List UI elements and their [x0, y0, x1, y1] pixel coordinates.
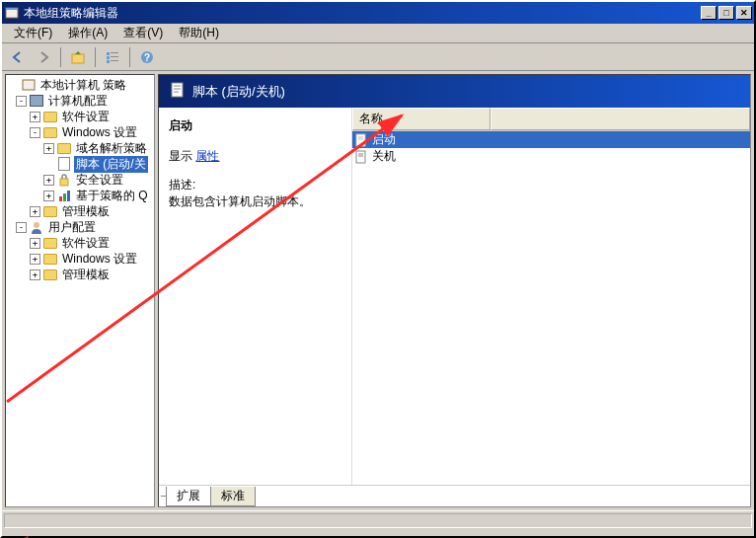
- tab-standard[interactable]: 标准: [210, 487, 256, 506]
- tree-user-software-settings[interactable]: + 软件设置: [6, 235, 154, 251]
- tree-label: 域名解析策略: [74, 140, 149, 157]
- tree-root[interactable]: 本地计算机 策略: [6, 77, 154, 93]
- tree-label: 基于策略的 Q: [74, 188, 150, 204]
- toolbar: ?: [2, 43, 754, 71]
- script-icon: [354, 133, 370, 147]
- svg-text:?: ?: [144, 52, 150, 63]
- expander[interactable]: -: [16, 96, 27, 107]
- tree-label: 本地计算机 策略: [38, 77, 128, 94]
- menu-view[interactable]: 查看(V): [115, 23, 171, 43]
- tree-dns-policy[interactable]: + 域名解析策略: [6, 140, 154, 156]
- svg-rect-13: [59, 196, 62, 201]
- svg-rect-5: [107, 56, 110, 59]
- statusbar: [2, 510, 754, 530]
- item-label: 关机: [370, 148, 396, 165]
- expander[interactable]: +: [30, 238, 40, 249]
- tree-label: 计算机配置: [46, 93, 110, 110]
- tree-security-settings[interactable]: + 安全设置: [6, 172, 154, 188]
- svg-rect-6: [111, 56, 118, 57]
- expander[interactable]: -: [16, 222, 27, 233]
- window-title: 本地组策略编辑器: [24, 5, 701, 22]
- expander[interactable]: +: [30, 254, 40, 265]
- expander[interactable]: +: [43, 191, 54, 201]
- titlebar: 本地组策略编辑器 _ □ ✕: [2, 2, 754, 24]
- script-icon: [169, 81, 187, 102]
- maximize-button[interactable]: □: [718, 6, 734, 20]
- expander[interactable]: -: [30, 127, 40, 138]
- expander[interactable]: +: [43, 143, 54, 154]
- tree-user-windows-settings[interactable]: + Windows 设置: [6, 251, 154, 267]
- menubar: 文件(F) 操作(A) 查看(V) 帮助(H): [2, 24, 754, 43]
- svg-rect-11: [23, 80, 35, 90]
- detail-left: 启动 显示 属性 描述: 数据包含计算机启动脚本。: [159, 108, 351, 485]
- detail-panel: 脚本 (启动/关机) 启动 显示 属性 描述: 数据包含计算机启动脚本。: [158, 74, 751, 507]
- tree-label: 安全设置: [74, 172, 125, 189]
- svg-rect-21: [356, 134, 365, 146]
- script-icon: [354, 150, 370, 164]
- tree-qos-policy[interactable]: + 基于策略的 Q: [6, 188, 154, 203]
- list-header: 名称: [352, 108, 750, 131]
- script-icon: [56, 157, 72, 171]
- computer-icon: [29, 94, 44, 108]
- menu-file[interactable]: 文件(F): [6, 23, 60, 43]
- up-button[interactable]: [66, 46, 90, 68]
- tree-label: 管理模板: [60, 267, 112, 283]
- tree-user-admin-templates[interactable]: + 管理模板: [6, 267, 154, 282]
- expander[interactable]: +: [30, 269, 40, 280]
- tab-extended[interactable]: 扩展: [166, 487, 211, 506]
- close-button[interactable]: ✕: [736, 6, 752, 20]
- tree-windows-settings[interactable]: - Windows 设置: [6, 124, 154, 140]
- folder-icon: [42, 236, 58, 250]
- list-panel: 名称 启动 关机: [351, 108, 750, 485]
- expander: [43, 159, 54, 170]
- folder-icon: [56, 141, 72, 155]
- main-content: 本地计算机 策略 - 计算机配置 + 软件设置 - Windows 设置 + 域…: [2, 71, 754, 510]
- tree-admin-templates[interactable]: + 管理模板: [6, 203, 154, 219]
- svg-rect-8: [111, 60, 118, 61]
- detail-header: 脚本 (启动/关机): [159, 75, 750, 108]
- tree-label: 用户配置: [46, 219, 98, 236]
- list-item-startup[interactable]: 启动: [352, 131, 750, 148]
- column-name[interactable]: 名称: [352, 108, 491, 130]
- tree-label: 脚本 (启动/关: [74, 156, 148, 173]
- folder-open-icon: [42, 125, 58, 139]
- tree-scripts[interactable]: 脚本 (启动/关: [6, 156, 154, 172]
- forward-button[interactable]: [32, 46, 55, 68]
- list-item-shutdown[interactable]: 关机: [352, 148, 750, 165]
- tree-label: Windows 设置: [60, 124, 139, 141]
- menu-action[interactable]: 操作(A): [60, 23, 115, 43]
- tree-panel[interactable]: 本地计算机 策略 - 计算机配置 + 软件设置 - Windows 设置 + 域…: [5, 74, 155, 507]
- folder-icon: [42, 204, 58, 218]
- tree-label: 管理模板: [60, 203, 112, 220]
- svg-rect-4: [111, 52, 118, 53]
- list-button[interactable]: [101, 46, 124, 68]
- menu-help[interactable]: 帮助(H): [171, 23, 227, 43]
- tabs: 扩展 标准: [159, 485, 750, 506]
- annotation-arrow: [2, 530, 41, 538]
- app-icon: [4, 5, 20, 21]
- column-spacer: [491, 108, 750, 130]
- svg-rect-1: [6, 8, 18, 10]
- detail-body: 启动 显示 属性 描述: 数据包含计算机启动脚本。 名称: [159, 108, 750, 485]
- display-label: 显示: [169, 149, 192, 163]
- policy-icon: [21, 78, 37, 92]
- folder-icon: [42, 268, 58, 281]
- svg-rect-14: [63, 193, 66, 201]
- help-button[interactable]: ?: [135, 46, 159, 68]
- svg-rect-12: [60, 179, 68, 186]
- back-button[interactable]: [6, 46, 30, 68]
- tree-label: Windows 设置: [60, 251, 139, 268]
- tree-software-settings[interactable]: + 软件设置: [6, 109, 154, 124]
- properties-link[interactable]: 属性: [195, 149, 219, 163]
- expander[interactable]: +: [43, 175, 54, 186]
- expander[interactable]: +: [30, 112, 40, 122]
- minimize-button[interactable]: _: [701, 6, 717, 20]
- tree-label: 软件设置: [60, 109, 112, 125]
- expander[interactable]: +: [30, 206, 40, 217]
- svg-rect-3: [107, 52, 110, 55]
- tree-user-config[interactable]: - 用户配置: [6, 219, 154, 235]
- app-window: 本地组策略编辑器 _ □ ✕ 文件(F) 操作(A) 查看(V) 帮助(H) ?…: [0, 0, 756, 538]
- svg-point-16: [34, 222, 39, 228]
- tree-computer-config[interactable]: - 计算机配置: [6, 93, 154, 109]
- folder-icon: [42, 110, 58, 123]
